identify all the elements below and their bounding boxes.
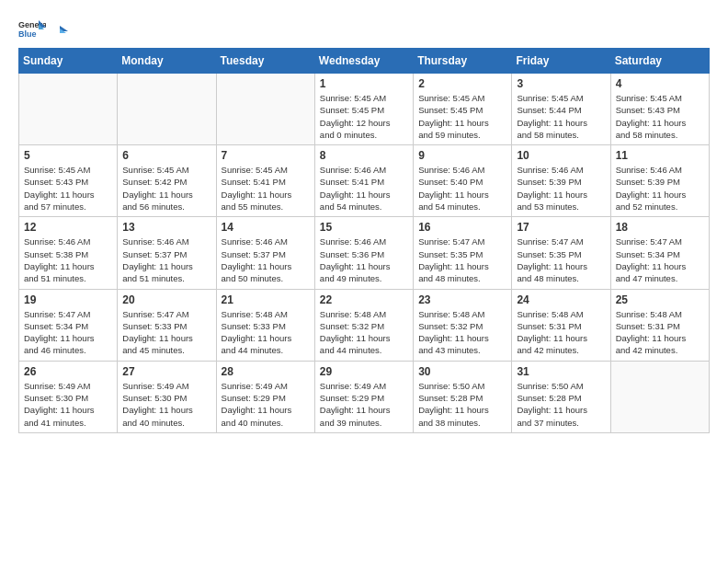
- day-number: 5: [24, 149, 112, 162]
- day-info: Sunrise: 5:48 AM Sunset: 5:32 PM Dayligh…: [320, 308, 408, 357]
- col-header-monday: Monday: [118, 49, 216, 74]
- day-number: 31: [517, 365, 605, 378]
- day-info: Sunrise: 5:49 AM Sunset: 5:30 PM Dayligh…: [24, 380, 112, 429]
- day-info: Sunrise: 5:47 AM Sunset: 5:35 PM Dayligh…: [418, 236, 506, 284]
- calendar-cell: 2Sunrise: 5:45 AM Sunset: 5:45 PM Daylig…: [414, 74, 512, 145]
- day-info: Sunrise: 5:46 AM Sunset: 5:37 PM Dayligh…: [122, 236, 210, 284]
- col-header-wednesday: Wednesday: [314, 49, 413, 74]
- day-number: 24: [517, 293, 605, 306]
- calendar-cell: 29Sunrise: 5:49 AM Sunset: 5:29 PM Dayli…: [314, 361, 413, 432]
- calendar-cell: 5Sunrise: 5:45 AM Sunset: 5:43 PM Daylig…: [19, 145, 118, 217]
- day-number: 9: [418, 149, 506, 162]
- calendar-cell: 3Sunrise: 5:45 AM Sunset: 5:44 PM Daylig…: [512, 74, 610, 145]
- day-number: 19: [24, 293, 112, 306]
- calendar-cell: 21Sunrise: 5:48 AM Sunset: 5:33 PM Dayli…: [216, 289, 314, 361]
- calendar-cell: 16Sunrise: 5:47 AM Sunset: 5:35 PM Dayli…: [414, 217, 512, 289]
- day-info: Sunrise: 5:49 AM Sunset: 5:30 PM Dayligh…: [122, 380, 210, 429]
- day-number: 4: [616, 77, 704, 90]
- day-number: 7: [222, 149, 310, 162]
- calendar-cell: [610, 361, 709, 432]
- calendar-cell: 6Sunrise: 5:45 AM Sunset: 5:42 PM Daylig…: [118, 145, 216, 217]
- day-info: Sunrise: 5:46 AM Sunset: 5:38 PM Dayligh…: [24, 236, 112, 284]
- day-info: Sunrise: 5:46 AM Sunset: 5:39 PM Dayligh…: [616, 164, 704, 213]
- day-number: 8: [320, 149, 408, 162]
- calendar-cell: 22Sunrise: 5:48 AM Sunset: 5:32 PM Dayli…: [314, 289, 413, 361]
- day-info: Sunrise: 5:47 AM Sunset: 5:35 PM Dayligh…: [517, 236, 605, 284]
- day-info: Sunrise: 5:45 AM Sunset: 5:43 PM Dayligh…: [616, 92, 704, 141]
- calendar-cell: [118, 74, 216, 145]
- calendar-cell: 27Sunrise: 5:49 AM Sunset: 5:30 PM Dayli…: [118, 361, 216, 432]
- col-header-saturday: Saturday: [610, 49, 709, 74]
- calendar-week-row: 1Sunrise: 5:45 AM Sunset: 5:45 PM Daylig…: [19, 74, 710, 145]
- day-number: 12: [24, 221, 112, 234]
- header: General Blue: [18, 18, 710, 39]
- calendar-cell: 1Sunrise: 5:45 AM Sunset: 5:45 PM Daylig…: [314, 74, 413, 145]
- day-info: Sunrise: 5:48 AM Sunset: 5:31 PM Dayligh…: [616, 308, 704, 357]
- calendar-week-row: 12Sunrise: 5:46 AM Sunset: 5:38 PM Dayli…: [19, 217, 710, 289]
- day-info: Sunrise: 5:47 AM Sunset: 5:34 PM Dayligh…: [24, 308, 112, 357]
- calendar-table: SundayMondayTuesdayWednesdayThursdayFrid…: [18, 48, 710, 433]
- day-info: Sunrise: 5:47 AM Sunset: 5:33 PM Dayligh…: [122, 308, 210, 357]
- day-number: 16: [418, 221, 506, 234]
- day-info: Sunrise: 5:45 AM Sunset: 5:44 PM Dayligh…: [517, 92, 605, 141]
- day-info: Sunrise: 5:48 AM Sunset: 5:31 PM Dayligh…: [517, 308, 605, 357]
- day-number: 6: [122, 149, 210, 162]
- day-info: Sunrise: 5:45 AM Sunset: 5:41 PM Dayligh…: [222, 164, 310, 213]
- day-info: Sunrise: 5:50 AM Sunset: 5:28 PM Dayligh…: [517, 380, 605, 429]
- col-header-tuesday: Tuesday: [216, 49, 314, 74]
- calendar-cell: 9Sunrise: 5:46 AM Sunset: 5:40 PM Daylig…: [414, 145, 512, 217]
- day-number: 18: [616, 221, 704, 234]
- day-info: Sunrise: 5:45 AM Sunset: 5:42 PM Dayligh…: [122, 164, 210, 213]
- day-number: 29: [320, 365, 408, 378]
- calendar-cell: 31Sunrise: 5:50 AM Sunset: 5:28 PM Dayli…: [512, 361, 610, 432]
- calendar-cell: 8Sunrise: 5:46 AM Sunset: 5:41 PM Daylig…: [314, 145, 413, 217]
- calendar-cell: 30Sunrise: 5:50 AM Sunset: 5:28 PM Dayli…: [414, 361, 512, 432]
- day-number: 11: [616, 149, 704, 162]
- logo: General Blue: [18, 18, 68, 39]
- day-number: 1: [320, 77, 408, 90]
- day-info: Sunrise: 5:46 AM Sunset: 5:36 PM Dayligh…: [320, 236, 408, 284]
- day-number: 3: [517, 77, 605, 90]
- day-info: Sunrise: 5:46 AM Sunset: 5:40 PM Dayligh…: [418, 164, 506, 213]
- calendar-cell: 28Sunrise: 5:49 AM Sunset: 5:29 PM Dayli…: [216, 361, 314, 432]
- calendar-cell: 7Sunrise: 5:45 AM Sunset: 5:41 PM Daylig…: [216, 145, 314, 217]
- day-info: Sunrise: 5:46 AM Sunset: 5:41 PM Dayligh…: [320, 164, 408, 213]
- calendar-cell: 11Sunrise: 5:46 AM Sunset: 5:39 PM Dayli…: [610, 145, 709, 217]
- day-number: 30: [418, 365, 506, 378]
- day-number: 22: [320, 293, 408, 306]
- calendar-cell: 12Sunrise: 5:46 AM Sunset: 5:38 PM Dayli…: [19, 217, 118, 289]
- day-info: Sunrise: 5:45 AM Sunset: 5:43 PM Dayligh…: [24, 164, 112, 213]
- day-info: Sunrise: 5:49 AM Sunset: 5:29 PM Dayligh…: [320, 380, 408, 429]
- calendar-cell: 19Sunrise: 5:47 AM Sunset: 5:34 PM Dayli…: [19, 289, 118, 361]
- day-info: Sunrise: 5:46 AM Sunset: 5:39 PM Dayligh…: [517, 164, 605, 213]
- col-header-friday: Friday: [512, 49, 610, 74]
- day-number: 23: [418, 293, 506, 306]
- day-number: 13: [122, 221, 210, 234]
- day-info: Sunrise: 5:49 AM Sunset: 5:29 PM Dayligh…: [222, 380, 310, 429]
- calendar-cell: [216, 74, 314, 145]
- day-number: 14: [222, 221, 310, 234]
- calendar-cell: 26Sunrise: 5:49 AM Sunset: 5:30 PM Dayli…: [19, 361, 118, 432]
- calendar-week-row: 5Sunrise: 5:45 AM Sunset: 5:43 PM Daylig…: [19, 145, 710, 217]
- day-number: 26: [24, 365, 112, 378]
- calendar-cell: 23Sunrise: 5:48 AM Sunset: 5:32 PM Dayli…: [414, 289, 512, 361]
- calendar-cell: 10Sunrise: 5:46 AM Sunset: 5:39 PM Dayli…: [512, 145, 610, 217]
- calendar-cell: 15Sunrise: 5:46 AM Sunset: 5:36 PM Dayli…: [314, 217, 413, 289]
- day-number: 25: [616, 293, 704, 306]
- day-number: 27: [122, 365, 210, 378]
- calendar-header-row: SundayMondayTuesdayWednesdayThursdayFrid…: [19, 49, 710, 74]
- day-number: 15: [320, 221, 408, 234]
- calendar-cell: 25Sunrise: 5:48 AM Sunset: 5:31 PM Dayli…: [610, 289, 709, 361]
- day-number: 2: [418, 77, 506, 90]
- day-info: Sunrise: 5:48 AM Sunset: 5:33 PM Dayligh…: [222, 308, 310, 357]
- logo-icon: General Blue: [18, 18, 46, 39]
- day-info: Sunrise: 5:48 AM Sunset: 5:32 PM Dayligh…: [418, 308, 506, 357]
- day-number: 21: [222, 293, 310, 306]
- calendar-cell: [19, 74, 118, 145]
- day-info: Sunrise: 5:45 AM Sunset: 5:45 PM Dayligh…: [418, 92, 506, 141]
- calendar-week-row: 26Sunrise: 5:49 AM Sunset: 5:30 PM Dayli…: [19, 361, 710, 432]
- day-number: 20: [122, 293, 210, 306]
- svg-text:Blue: Blue: [18, 29, 37, 39]
- day-info: Sunrise: 5:50 AM Sunset: 5:28 PM Dayligh…: [418, 380, 506, 429]
- day-info: Sunrise: 5:46 AM Sunset: 5:37 PM Dayligh…: [222, 236, 310, 284]
